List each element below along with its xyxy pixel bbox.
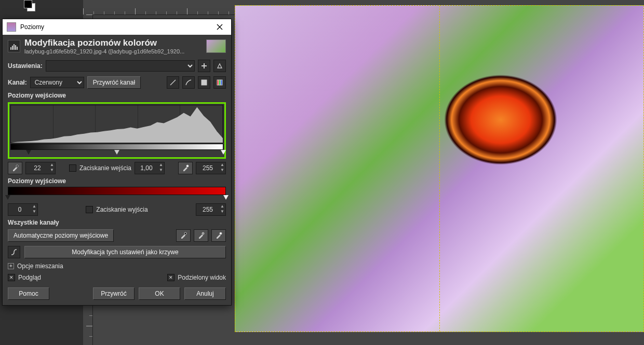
fgbg-swatch[interactable] bbox=[24, 0, 35, 11]
workspace: Poziomy Modyfikacja poziomów kolorów lad… bbox=[0, 0, 644, 345]
preview-check[interactable]: Podgląd bbox=[8, 274, 41, 281]
expand-plus-icon: + bbox=[8, 263, 14, 269]
output-slider[interactable] bbox=[8, 195, 226, 201]
edit-as-curves-button[interactable]: Modyfikacja tych ustawień jako krzywe bbox=[24, 246, 226, 258]
svg-point-9 bbox=[16, 165, 18, 167]
dialog-footer: Pomoc Przywróć OK Anuluj bbox=[3, 283, 231, 305]
svg-rect-6 bbox=[217, 80, 219, 85]
preview-label: Podgląd bbox=[18, 274, 41, 281]
input-low-handle[interactable] bbox=[26, 150, 31, 155]
split-preview-line[interactable] bbox=[439, 6, 440, 332]
ok-button[interactable]: OK bbox=[139, 287, 180, 300]
svg-rect-5 bbox=[202, 80, 207, 85]
presets-label: Ustawienia: bbox=[8, 62, 43, 70]
channel-label: Kanał: bbox=[8, 79, 27, 86]
input-slider[interactable] bbox=[10, 150, 223, 156]
svg-rect-7 bbox=[219, 80, 221, 85]
image-canvas[interactable] bbox=[235, 5, 644, 332]
svg-rect-4 bbox=[17, 47, 18, 50]
auto-levels-button[interactable]: Automatyczne poziomy wejściowe bbox=[8, 229, 114, 242]
dialog-heading: Modyfikacja poziomów kolorów bbox=[24, 38, 202, 48]
split-view-label: Podzielony widok bbox=[178, 274, 226, 281]
input-gamma-handle[interactable] bbox=[114, 150, 119, 155]
output-low-spin[interactable]: ▲▼ bbox=[8, 203, 38, 216]
all-channels-label: Wszystkie kanały bbox=[3, 218, 231, 227]
hist-linear-icon[interactable] bbox=[167, 76, 179, 89]
fg-color[interactable] bbox=[24, 0, 32, 8]
window-icon bbox=[7, 22, 16, 32]
levels-icon bbox=[8, 40, 20, 52]
titlebar[interactable]: Poziomy bbox=[3, 19, 231, 35]
add-preset-icon[interactable] bbox=[198, 60, 210, 72]
input-low-value[interactable] bbox=[26, 164, 49, 172]
help-button[interactable]: Pomoc bbox=[8, 287, 49, 300]
reset-button[interactable]: Przywróć bbox=[93, 287, 135, 300]
input-high-spin[interactable]: ▲▼ bbox=[196, 162, 226, 174]
hist-rgb-icon[interactable] bbox=[213, 76, 226, 89]
cancel-button[interactable]: Anuluj bbox=[184, 287, 226, 300]
input-gamma-value[interactable] bbox=[135, 164, 158, 172]
preview-row: Podgląd Podzielony widok bbox=[3, 272, 231, 283]
svg-point-12 bbox=[202, 232, 204, 234]
svg-rect-8 bbox=[221, 80, 222, 85]
svg-rect-0 bbox=[10, 47, 11, 50]
black-eyedropper-icon[interactable] bbox=[8, 162, 22, 174]
dialog-subheading: ladybug-g1d6fe5b92_1920.jpg-4 ([ladybug-… bbox=[24, 48, 202, 54]
curves-icon bbox=[8, 246, 20, 258]
channel-select[interactable]: Czerwony bbox=[30, 77, 84, 88]
input-histogram-highlight bbox=[8, 102, 226, 159]
output-high-value[interactable] bbox=[196, 205, 219, 214]
svg-point-11 bbox=[184, 232, 186, 234]
white-eyedropper-icon[interactable] bbox=[178, 162, 193, 174]
all-channels-row: Automatyczne poziomy wejściowe bbox=[3, 227, 231, 244]
clamp-input-label: Zaciskanie wejścia bbox=[79, 164, 131, 172]
dialog-header: Modyfikacja poziomów kolorów ladybug-g1d… bbox=[3, 35, 231, 58]
input-levels-label: Poziomy wejściowe bbox=[3, 91, 231, 100]
output-values-row: ▲▼ Zaciskanie wyjścia ▲▼ bbox=[3, 201, 231, 218]
svg-rect-2 bbox=[14, 44, 15, 50]
pick-white-icon[interactable] bbox=[211, 229, 226, 242]
svg-point-10 bbox=[186, 165, 189, 167]
presets-row: Ustawienia: bbox=[3, 58, 231, 74]
input-low-spin[interactable]: ▲▼ bbox=[25, 162, 56, 174]
svg-rect-1 bbox=[12, 46, 13, 50]
output-low-handle[interactable] bbox=[5, 195, 10, 200]
blend-options-expander[interactable]: + Opcje mieszania bbox=[3, 260, 231, 272]
input-high-handle[interactable] bbox=[221, 150, 226, 155]
svg-point-13 bbox=[220, 232, 222, 234]
output-high-handle[interactable] bbox=[223, 195, 229, 200]
levels-dialog: Poziomy Modyfikacja poziomów kolorów lad… bbox=[2, 19, 232, 306]
output-high-spin[interactable]: ▲▼ bbox=[196, 203, 226, 216]
output-gradient bbox=[8, 187, 226, 195]
hist-log-icon[interactable] bbox=[182, 76, 195, 89]
input-values-row: ▲▼ Zaciskanie wejścia ▲▼ ▲▼ bbox=[3, 160, 231, 176]
pick-black-icon[interactable] bbox=[176, 229, 191, 242]
pick-gray-icon[interactable] bbox=[194, 229, 208, 242]
close-icon[interactable] bbox=[212, 20, 227, 34]
input-gamma-spin[interactable]: ▲▼ bbox=[135, 162, 165, 174]
split-view-check[interactable]: Podzielony widok bbox=[167, 274, 226, 281]
reset-channel-button[interactable]: Przywróć kanał bbox=[87, 76, 141, 89]
window-title: Poziomy bbox=[20, 23, 208, 31]
preset-menu-icon[interactable] bbox=[213, 60, 226, 72]
clamp-input-check[interactable]: Zaciskanie wejścia bbox=[69, 164, 131, 172]
channel-row: Kanał: Czerwony Przywróć kanał bbox=[3, 74, 231, 91]
input-gradient bbox=[10, 144, 223, 150]
clamp-output-check[interactable]: Zaciskanie wyjścia bbox=[86, 206, 147, 213]
output-low-value[interactable] bbox=[8, 205, 31, 214]
clamp-output-label: Zaciskanie wyjścia bbox=[96, 206, 147, 213]
hist-lum-icon[interactable] bbox=[198, 76, 210, 89]
output-levels-label: Poziomy wyjściowe bbox=[3, 176, 231, 186]
image-thumb bbox=[206, 39, 226, 53]
curves-row: Modyfikacja tych ustawień jako krzywe bbox=[3, 244, 231, 260]
blend-options-label: Opcje mieszania bbox=[17, 263, 63, 270]
svg-rect-3 bbox=[15, 45, 16, 50]
input-high-value[interactable] bbox=[196, 164, 219, 172]
input-histogram[interactable] bbox=[10, 105, 223, 143]
presets-select[interactable] bbox=[46, 60, 195, 72]
